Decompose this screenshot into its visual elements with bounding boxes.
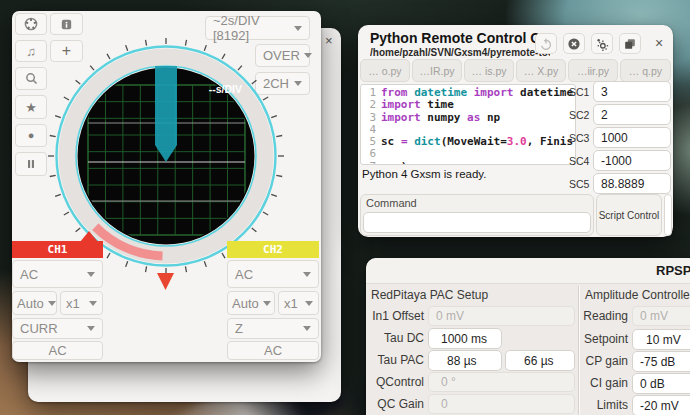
- ci-gain-label: CI gain: [582, 376, 628, 390]
- sc2-input[interactable]: [593, 104, 671, 125]
- ch1-trigger-select[interactable]: Auto: [12, 291, 57, 315]
- tab-file-1[interactable]: …IR.py: [412, 59, 462, 82]
- chevron-down-icon: [303, 272, 311, 277]
- field-value: 1000 ms: [441, 332, 487, 346]
- command-label: Command: [366, 197, 417, 209]
- limits-field[interactable]: -20 mV: [632, 395, 690, 415]
- run-button[interactable]: [535, 33, 557, 54]
- star-icon: ★: [25, 101, 37, 114]
- tab-file-5[interactable]: … q.py: [620, 59, 671, 82]
- rpspmc-window: RPSPMC RedPitaya PAC Setup In1 Offset 0 …: [366, 258, 690, 415]
- ch1-coupling-select[interactable]: AC: [12, 260, 103, 288]
- code-editor[interactable]: 1from datetime import datetime 2import t…: [360, 84, 576, 165]
- chevron-down-icon: [294, 81, 302, 86]
- in1-offset-field[interactable]: 0 mV: [428, 306, 575, 326]
- field-value: 0 mV: [640, 309, 668, 323]
- tab-label: … X.py: [524, 65, 558, 77]
- sc4-input[interactable]: [593, 150, 671, 171]
- ch1-coupling-value: AC: [20, 267, 38, 282]
- favorite-button[interactable]: ★: [15, 95, 47, 119]
- save-button[interactable]: [619, 33, 641, 54]
- field-value: 0 mV: [436, 309, 464, 323]
- python-console-window: Python Remote Control Cons… /home/pzahl/…: [358, 25, 673, 237]
- field-value: -20 mV: [640, 399, 679, 413]
- ch1-ac-button[interactable]: AC: [12, 341, 103, 360]
- ch1-title: CH1: [48, 243, 68, 256]
- ch2-signal-select[interactable]: Z: [227, 318, 319, 339]
- dial-readout: --s/DIV: [209, 83, 242, 95]
- command-input[interactable]: [363, 212, 591, 233]
- ch2-coupling-select[interactable]: AC: [227, 260, 319, 288]
- chevron-down-icon: [305, 301, 313, 306]
- tau-dc-field[interactable]: 1000 ms: [428, 328, 502, 349]
- tab-label: …iir.py: [577, 65, 609, 77]
- qc-gain-field[interactable]: 0: [428, 394, 575, 414]
- sc3-input[interactable]: [593, 127, 671, 148]
- cp-gain-field[interactable]: -75 dB: [632, 351, 690, 372]
- sc5-input[interactable]: [593, 173, 671, 194]
- settings-button[interactable]: [591, 33, 613, 54]
- ch2-coupling-value: AC: [235, 267, 253, 282]
- window-title: Python Remote Control Cons…: [370, 30, 538, 46]
- pause-icon: [24, 157, 38, 171]
- stop-circle-icon: [567, 37, 581, 51]
- ch1-scale-select[interactable]: x1: [60, 291, 103, 315]
- tab-label: … is.py: [471, 65, 506, 77]
- ch2-scale-value: x1: [284, 296, 298, 311]
- setpoint-field[interactable]: 10 mV: [632, 329, 690, 350]
- qcontrol-field[interactable]: 0 °: [428, 372, 575, 392]
- sound-button[interactable]: ♫: [15, 40, 47, 62]
- status-message: Python 4 Gxsm is ready.: [362, 168, 486, 180]
- dial-pointer[interactable]: [155, 66, 177, 162]
- qc-gain-label: QC Gain: [366, 397, 424, 411]
- knob-icon: [23, 16, 39, 32]
- script-control-frame[interactable]: Script Control: [596, 194, 662, 236]
- tab-label: … q.py: [629, 65, 662, 77]
- stop-button[interactable]: [563, 33, 585, 54]
- pac-setup-title: RedPitaya PAC Setup: [371, 288, 488, 302]
- search-button[interactable]: [15, 67, 47, 90]
- tab-file-3[interactable]: … X.py: [516, 59, 566, 82]
- knob-button[interactable]: [15, 13, 47, 35]
- sc3-label: SC3: [569, 132, 589, 144]
- tab-file-4[interactable]: …iir.py: [568, 59, 618, 82]
- tau-pac-field-1[interactable]: 88 µs: [428, 350, 502, 371]
- tau-pac-field-2[interactable]: 66 µs: [505, 350, 575, 371]
- ch1-signal-select[interactable]: CURR: [12, 318, 103, 339]
- tab-file-0[interactable]: … o.py: [360, 59, 410, 82]
- chevron-down-icon: [48, 301, 56, 306]
- power-icon: [539, 37, 553, 51]
- rpspmc-titlebar[interactable]: RPSPMC: [366, 258, 690, 284]
- close-icon[interactable]: ×: [655, 36, 663, 50]
- info-button[interactable]: [50, 13, 83, 35]
- window-title: RPSPMC: [656, 263, 690, 278]
- reading-field[interactable]: 0 mV: [632, 306, 690, 326]
- field-value: 10 mV: [646, 333, 681, 347]
- chevron-down-icon: [294, 26, 302, 31]
- tab-file-2[interactable]: … is.py: [464, 59, 514, 82]
- ch2-ac-label: AC: [264, 343, 282, 358]
- ch2-scale-select[interactable]: x1: [278, 291, 319, 315]
- dial-bottom-marker[interactable]: [157, 273, 174, 290]
- reading-label: Reading: [582, 309, 628, 323]
- ch1-ac-label: AC: [48, 343, 66, 358]
- ch2-trigger-select[interactable]: Auto: [227, 291, 275, 315]
- sc1-input[interactable]: [593, 81, 671, 102]
- record-button[interactable]: ●: [15, 124, 47, 147]
- in1-offset-label: In1 Offset: [366, 309, 424, 323]
- sc2-label: SC2: [569, 109, 589, 121]
- field-value: 0: [441, 397, 448, 411]
- chevron-down-icon: [87, 272, 95, 277]
- side-handle[interactable]: [664, 194, 672, 236]
- field-value: -75 dB: [640, 355, 675, 369]
- sc1-label: SC1: [569, 86, 589, 98]
- save-icon: [623, 37, 637, 51]
- ch2-ac-button[interactable]: AC: [227, 341, 319, 360]
- sc5-label: SC5: [569, 178, 589, 190]
- pause-button[interactable]: [15, 152, 47, 176]
- close-icon[interactable]: ×: [325, 34, 333, 47]
- cp-gain-label: CP gain: [582, 354, 628, 368]
- chevron-down-icon: [304, 53, 312, 58]
- field-value: 0 dB: [640, 377, 665, 391]
- ci-gain-field[interactable]: 0 dB: [632, 373, 690, 394]
